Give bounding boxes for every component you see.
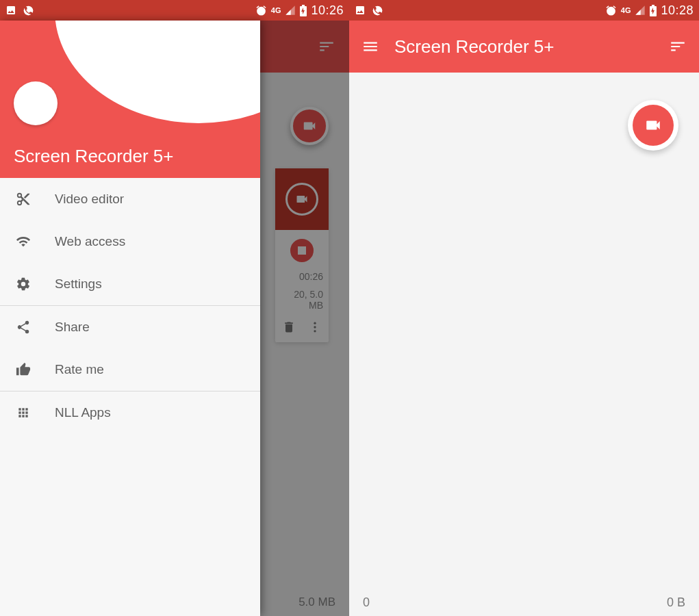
network-4g-label: 4G bbox=[271, 7, 281, 14]
drawer-item-rate[interactable]: Rate me bbox=[0, 348, 260, 391]
drawer-item-settings[interactable]: Settings bbox=[0, 263, 260, 305]
app-title: Screen Recorder 5+ bbox=[394, 36, 554, 57]
phone-icon bbox=[23, 5, 34, 16]
main-content: 0 0 B bbox=[349, 73, 699, 616]
drawer-item-label: Settings bbox=[55, 277, 102, 292]
battery-charging-icon bbox=[650, 5, 657, 16]
app-logo bbox=[14, 81, 58, 125]
signal-icon bbox=[285, 5, 296, 16]
phone-icon bbox=[372, 5, 383, 16]
svg-rect-2 bbox=[302, 5, 305, 6]
drawer-item-label: NLL Apps bbox=[55, 405, 111, 420]
drawer-title: Screen Recorder 5+ bbox=[14, 146, 246, 167]
status-time: 10:28 bbox=[661, 3, 694, 18]
alarm-icon bbox=[605, 5, 617, 16]
battery-charging-icon bbox=[300, 5, 307, 16]
sort-icon[interactable] bbox=[669, 38, 687, 55]
picture-icon bbox=[5, 5, 16, 16]
apps-grid-icon bbox=[15, 406, 31, 420]
drawer-item-video-editor[interactable]: Video editor bbox=[0, 178, 260, 220]
phone-screenshot-left: 4G 10:26 bbox=[0, 0, 349, 616]
thumbs-up-icon bbox=[15, 362, 31, 377]
nav-drawer: Screen Recorder 5+ Video editor Web acce… bbox=[0, 21, 260, 616]
drawer-item-label: Video editor bbox=[55, 192, 124, 207]
gear-icon bbox=[15, 277, 31, 292]
drawer-item-label: Web access bbox=[55, 234, 125, 249]
storage-used: 0 B bbox=[667, 595, 685, 610]
drawer-item-nll-apps[interactable]: NLL Apps bbox=[0, 392, 260, 434]
share-icon bbox=[15, 320, 31, 335]
drawer-item-label: Rate me bbox=[55, 362, 104, 377]
drawer-list: Video editor Web access Settings Share bbox=[0, 178, 260, 616]
record-fab[interactable] bbox=[628, 100, 678, 151]
status-bar: 4G 10:28 bbox=[349, 0, 699, 21]
picture-icon bbox=[355, 5, 366, 16]
network-4g-label: 4G bbox=[621, 7, 631, 14]
signal-icon bbox=[635, 5, 646, 16]
wifi-icon bbox=[15, 234, 31, 249]
drawer-item-web-access[interactable]: Web access bbox=[0, 220, 260, 263]
recording-count: 0 bbox=[363, 595, 370, 610]
alarm-icon bbox=[255, 5, 267, 16]
hamburger-icon[interactable] bbox=[361, 38, 379, 55]
status-bar: 4G 10:26 bbox=[0, 0, 349, 21]
status-time: 10:26 bbox=[311, 3, 344, 18]
bottom-stats: 0 0 B bbox=[349, 589, 699, 616]
app-bar: Screen Recorder 5+ bbox=[349, 21, 699, 73]
drawer-item-share[interactable]: Share bbox=[0, 306, 260, 348]
camera-icon bbox=[633, 105, 674, 146]
phone-screenshot-right: 4G 10:28 Screen Recorder 5+ bbox=[349, 0, 699, 616]
svg-rect-8 bbox=[652, 5, 654, 6]
drawer-item-label: Share bbox=[55, 320, 90, 335]
drawer-header: Screen Recorder 5+ bbox=[0, 21, 260, 178]
scissors-icon bbox=[15, 192, 31, 207]
